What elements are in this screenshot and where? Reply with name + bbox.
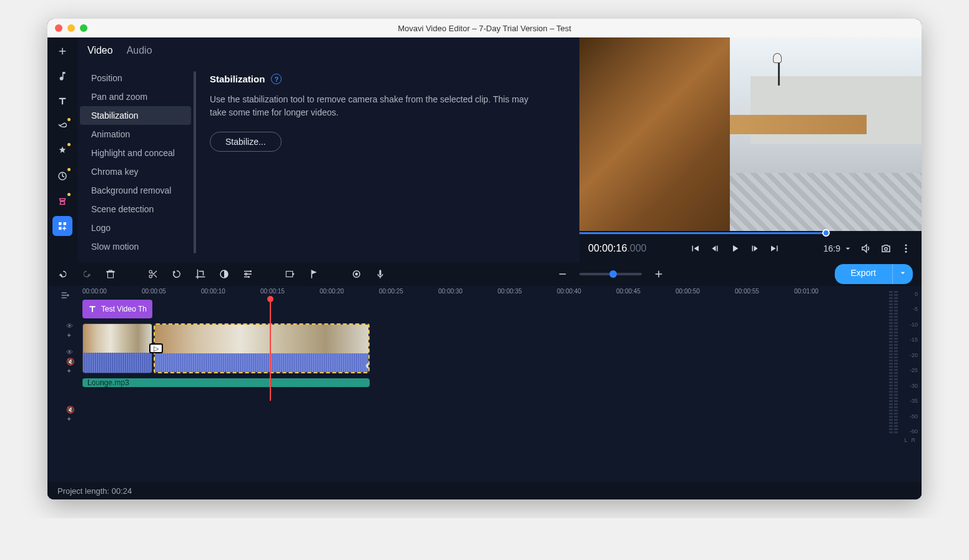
video-clip-1[interactable]	[82, 323, 152, 373]
sidebar-item-animation[interactable]: Animation	[80, 125, 191, 144]
ruler-mark: 00:00:10	[201, 288, 225, 295]
sidebar-item-background-removal[interactable]: Background removal	[80, 181, 191, 200]
snapshot-icon[interactable]	[879, 242, 893, 255]
close-window-button[interactable]	[55, 24, 62, 32]
playhead[interactable]	[270, 300, 271, 401]
record-audio-icon[interactable]	[373, 267, 387, 281]
color-adjust-icon[interactable]	[217, 267, 231, 281]
transitions-icon[interactable]	[52, 116, 72, 136]
sidebar-item-scene-detection[interactable]: Scene detection	[80, 200, 191, 219]
volume-icon[interactable]	[859, 242, 873, 255]
preview-scrub-handle[interactable]	[822, 229, 830, 237]
redo-icon[interactable]	[80, 267, 94, 281]
sidebar-item-chroma-key[interactable]: Chroma key	[80, 162, 191, 181]
export-dropdown[interactable]	[892, 264, 913, 284]
svg-rect-2	[64, 222, 67, 225]
undo-icon[interactable]	[56, 267, 70, 281]
effects-icon[interactable]	[52, 141, 72, 161]
ruler-mark: 00:00:15	[260, 288, 285, 295]
timecode: 00:00:16.000	[588, 243, 646, 254]
zoom-out-icon[interactable]	[556, 267, 569, 281]
export-button[interactable]: Export	[835, 264, 892, 284]
sidebar-item-highlight-and-conceal[interactable]: Highlight and conceal	[80, 144, 191, 162]
lr-labels: LR	[887, 437, 919, 443]
titles-icon[interactable]	[52, 91, 72, 111]
visibility-icon[interactable]: 👁	[66, 348, 75, 356]
step-back-icon[interactable]	[708, 242, 722, 255]
fx-icon[interactable]: ✦	[66, 367, 75, 375]
zoom-in-icon[interactable]	[652, 267, 666, 281]
video-track-header[interactable]: 👁 🔇 ✦	[52, 346, 77, 395]
list-scrollbar[interactable]	[194, 71, 196, 253]
prev-clip-icon[interactable]	[688, 242, 702, 255]
store-icon[interactable]	[52, 191, 72, 211]
tab-audio[interactable]: Audio	[127, 45, 152, 62]
add-track-icon[interactable]	[58, 290, 72, 301]
sidebar-item-logo[interactable]: Logo	[80, 219, 191, 237]
zoom-window-button[interactable]	[80, 24, 87, 32]
mute-icon[interactable]: 🔇	[66, 358, 75, 365]
volume-keyframe[interactable]	[366, 363, 368, 368]
clip-properties-icon[interactable]	[241, 267, 255, 281]
crop-icon[interactable]	[194, 267, 207, 281]
preview-video-frame[interactable]	[579, 37, 922, 231]
svg-rect-1	[59, 222, 62, 225]
marker-icon[interactable]	[307, 267, 321, 281]
visibility-icon[interactable]: 👁	[66, 322, 75, 330]
split-icon[interactable]	[146, 267, 160, 281]
time-ruler[interactable]: 00:00:0000:00:0500:00:1000:00:1500:00:20…	[82, 286, 884, 300]
more-tools-icon[interactable]	[52, 216, 72, 236]
ruler-mark: 00:00:40	[557, 288, 581, 295]
add-media-icon[interactable]	[52, 41, 72, 61]
ruler-mark: 00:00:25	[379, 288, 403, 295]
timeline-canvas[interactable]: 00:00:0000:00:0500:00:1000:00:1500:00:20…	[82, 286, 884, 482]
detail-description: Use the stabilization tool to remove cam…	[210, 93, 534, 119]
timeline: 👁 ✦ 👁 🔇 ✦ 🔇 ✦ 00:00:0000:00:0500:00:1000…	[47, 286, 922, 482]
help-icon[interactable]: ?	[271, 74, 282, 84]
aspect-ratio-dropdown[interactable]: 16:9	[824, 243, 853, 253]
svg-point-11	[248, 276, 250, 278]
title-track[interactable]: Test Video Th	[82, 300, 884, 318]
audio-icon[interactable]	[52, 66, 72, 86]
audio-clip[interactable]: Lounge.mp3	[82, 378, 370, 387]
transition-marker[interactable]: ▷	[149, 343, 163, 353]
audio-track[interactable]: Lounge.mp3	[82, 378, 884, 401]
preview-menu-icon[interactable]	[899, 242, 913, 255]
preview-progress-bar[interactable]	[579, 231, 922, 235]
svg-point-14	[355, 273, 358, 276]
sidebar-item-position[interactable]: Position	[80, 69, 191, 87]
fx-icon[interactable]: ✦	[66, 332, 75, 339]
audio-clip-label: Lounge.mp3	[87, 378, 129, 387]
record-video-icon[interactable]	[350, 267, 363, 281]
minimize-window-button[interactable]	[67, 24, 75, 32]
ruler-mark: 00:01:00	[794, 288, 819, 295]
rotate-icon[interactable]	[170, 267, 184, 281]
tracks-area: Test Video Th ▷ Lounge	[82, 300, 884, 401]
transition-wizard-icon[interactable]	[283, 267, 297, 281]
svg-rect-3	[59, 227, 62, 230]
video-track[interactable]: ▷	[82, 323, 884, 373]
tab-video[interactable]: Video	[87, 45, 113, 62]
elements-icon[interactable]	[52, 166, 72, 186]
project-length-label: Project length: 00:24	[57, 486, 132, 496]
video-clip-2-selected[interactable]	[154, 323, 370, 373]
stabilize-button[interactable]: Stabilize...	[210, 132, 282, 152]
panel-tabs: Video Audio	[77, 37, 579, 62]
delete-icon[interactable]	[104, 267, 117, 281]
fx-icon[interactable]: ✦	[66, 415, 75, 423]
sidebar-item-pan-and-zoom[interactable]: Pan and zoom	[80, 87, 191, 106]
ruler-mark: 00:00:05	[142, 288, 166, 295]
next-clip-icon[interactable]	[768, 242, 782, 255]
play-icon[interactable]	[728, 242, 742, 255]
zoom-slider[interactable]	[579, 273, 642, 275]
detail-heading: Stabilization	[210, 74, 265, 84]
ruler-mark: 00:00:20	[320, 288, 344, 295]
sidebar-item-stabilization[interactable]: Stabilization	[80, 106, 191, 125]
step-forward-icon[interactable]	[748, 242, 762, 255]
svg-point-10	[245, 273, 247, 275]
mute-icon[interactable]: 🔇	[66, 406, 75, 413]
title-clip[interactable]: Test Video Th	[82, 300, 152, 318]
sidebar-item-slow-motion[interactable]: Slow motion	[80, 237, 191, 256]
audio-track-header[interactable]: 🔇 ✦	[52, 403, 77, 425]
title-track-header[interactable]: 👁 ✦	[52, 320, 77, 337]
